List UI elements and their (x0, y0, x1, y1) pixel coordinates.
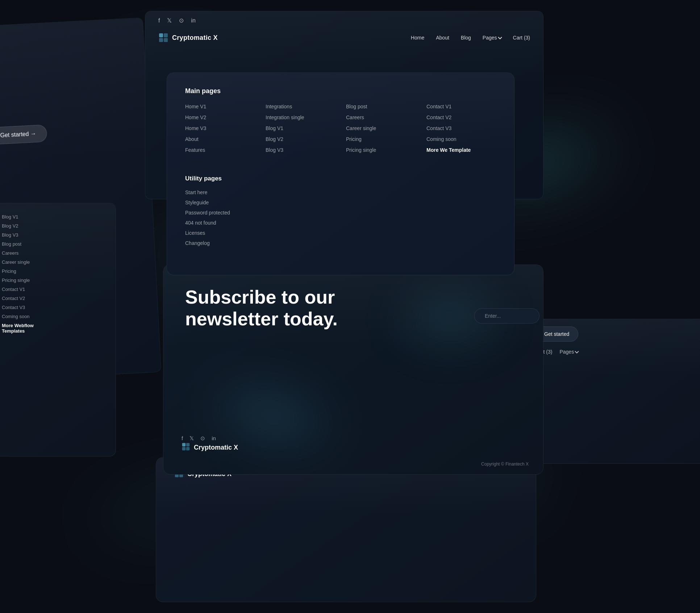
menu-blog-post[interactable]: Blog post (346, 104, 416, 109)
menu-careers[interactable]: Careers (346, 114, 416, 120)
footer-tw-icon[interactable]: 𝕏 (189, 435, 194, 442)
left-list-card: Blog V1 Blog V2 Blog V3 Blog post Career… (0, 203, 116, 456)
list-item-pricing-single[interactable]: Pricing single (2, 278, 107, 283)
footer-logo-icon (182, 442, 190, 453)
footer-li-icon[interactable]: in (212, 435, 216, 442)
dropdown-col-4: Contact V1 Contact V2 Contact V3 Coming … (426, 104, 496, 153)
list-item-coming-soon[interactable]: Coming soon (2, 314, 107, 319)
utility-changelog[interactable]: Changelog (185, 240, 230, 246)
bottom-pages[interactable]: Pages (559, 349, 578, 355)
navbar: Cryptomatic X Home About Blog Pages Cart… (145, 24, 543, 51)
dropdown-col-1: Home V1 Home V2 Home V3 About Features (185, 104, 255, 153)
svg-rect-0 (159, 33, 163, 37)
menu-pricing-single[interactable]: Pricing single (346, 147, 416, 153)
dropdown-col-2: Integrations Integration single Blog V1 … (266, 104, 335, 153)
menu-about[interactable]: About (185, 136, 255, 142)
list-item-more-templates[interactable]: More WebflowTemplates (2, 323, 107, 334)
get-started-label-bottom: Get started (544, 331, 569, 337)
svg-rect-4 (182, 443, 186, 446)
pages-chevron-icon (498, 35, 502, 39)
menu-contact-v1[interactable]: Contact V1 (426, 104, 496, 109)
nav-home[interactable]: Home (411, 35, 424, 41)
social-fb-top[interactable]: f (158, 17, 160, 24)
menu-contact-v2[interactable]: Contact V2 (426, 114, 496, 120)
nav-pages-dropdown[interactable]: Pages (483, 35, 501, 41)
get-started-button-back[interactable]: Get started → (0, 124, 47, 145)
social-tw-top[interactable]: 𝕏 (167, 17, 172, 24)
menu-career-single[interactable]: Career single (346, 125, 416, 131)
list-item-blog-v1[interactable]: Blog V1 (2, 214, 107, 220)
bottom-main-card: Cryptomatic X (156, 457, 536, 602)
svg-rect-1 (164, 33, 168, 37)
pages-grid: Home V1 Home V2 Home V3 About Features I… (185, 104, 496, 153)
copyright-text: Copyright © Finantech X (481, 462, 529, 467)
footer-brand: Cryptomatic X (182, 442, 238, 453)
menu-blog-v3[interactable]: Blog V3 (266, 147, 335, 153)
bottom-right-nav: Get started Cart (3) Pages (526, 319, 700, 362)
utility-title: Utility pages (185, 175, 230, 182)
utility-list: Start here Styleguide Password protected… (185, 189, 230, 246)
bottom-pages-chevron (575, 349, 579, 353)
newsletter-title: Subscribe to our newsletter today. (185, 287, 359, 330)
list-item-contact-v3[interactable]: Contact V3 (2, 305, 107, 310)
dropdown-menu-card: Main pages Home V1 Home V2 Home V3 About… (167, 72, 514, 275)
list-item-contact-v2[interactable]: Contact V2 (2, 296, 107, 301)
newsletter-placeholder: Enter... (485, 313, 501, 319)
brand-name: Cryptomatic X (172, 34, 218, 42)
main-pages-title: Main pages (185, 87, 496, 95)
utility-pages-section: Utility pages Start here Styleguide Pass… (185, 175, 230, 246)
list-item-career-single[interactable]: Career single (2, 259, 107, 265)
dropdown-content: Main pages Home V1 Home V2 Home V3 About… (167, 73, 514, 167)
list-item-blog-v2[interactable]: Blog V2 (2, 223, 107, 229)
social-li-top[interactable]: in (191, 17, 195, 24)
utility-styleguide[interactable]: Styleguide (185, 200, 230, 205)
svg-rect-6 (182, 447, 186, 450)
svg-rect-7 (186, 447, 189, 450)
menu-contact-v3[interactable]: Contact V3 (426, 125, 496, 131)
newsletter-section: Subscribe to our newsletter today. (163, 265, 543, 345)
list-item-pricing[interactable]: Pricing (2, 268, 107, 274)
copyright: Copyright © Finantech X (481, 460, 529, 467)
menu-more-templates[interactable]: More We Template (426, 147, 496, 153)
nav-links: Home About Blog Pages Cart (3) (411, 35, 530, 41)
svg-rect-2 (159, 38, 163, 42)
nav-pages-label: Pages (483, 35, 497, 41)
menu-blog-v1[interactable]: Blog V1 (266, 125, 335, 131)
get-started-label-back: Get started → (0, 130, 36, 139)
menu-features[interactable]: Features (185, 147, 255, 153)
utility-password-protected[interactable]: Password protected (185, 210, 230, 216)
utility-start-here[interactable]: Start here (185, 189, 230, 195)
svg-rect-5 (186, 443, 189, 446)
list-item-careers[interactable]: Careers (2, 250, 107, 256)
nav-about[interactable]: About (436, 35, 449, 41)
menu-home-v3[interactable]: Home V3 (185, 125, 255, 131)
list-item-blog-v3[interactable]: Blog V3 (2, 232, 107, 238)
menu-coming-soon[interactable]: Coming soon (426, 136, 496, 142)
footer-social-row: f 𝕏 ⊙ in (182, 435, 216, 442)
utility-licenses[interactable]: Licenses (185, 230, 230, 236)
bottom-right-card: Get started Cart (3) Pages (526, 319, 700, 464)
menu-pricing[interactable]: Pricing (346, 136, 416, 142)
footer-brand-name: Cryptomatic X (194, 444, 238, 451)
nav-blog[interactable]: Blog (461, 35, 471, 41)
list-item-contact-v1[interactable]: Contact V1 (2, 287, 107, 292)
menu-integration-single[interactable]: Integration single (266, 114, 335, 120)
svg-rect-3 (164, 38, 168, 42)
footer-ig-icon[interactable]: ⊙ (200, 435, 205, 442)
sidebar-nav-list: Blog V1 Blog V2 Blog V3 Blog post Career… (0, 203, 116, 345)
list-item-blog-post[interactable]: Blog post (2, 241, 107, 247)
dropdown-col-3: Blog post Careers Career single Pricing … (346, 104, 416, 153)
social-ig-top[interactable]: ⊙ (179, 17, 184, 24)
menu-integrations[interactable]: Integrations (266, 104, 335, 109)
logo-group: Cryptomatic X (158, 33, 218, 43)
logo-icon (158, 33, 168, 43)
newsletter-card: Subscribe to our newsletter today. Enter… (163, 264, 543, 475)
menu-blog-v2[interactable]: Blog V2 (266, 136, 335, 142)
menu-home-v2[interactable]: Home V2 (185, 114, 255, 120)
nav-cart[interactable]: Cart (3) (513, 35, 530, 41)
menu-home-v1[interactable]: Home V1 (185, 104, 255, 109)
newsletter-input[interactable]: Enter... (474, 308, 539, 324)
footer-fb-icon[interactable]: f (182, 435, 183, 442)
utility-404[interactable]: 404 not found (185, 220, 230, 226)
